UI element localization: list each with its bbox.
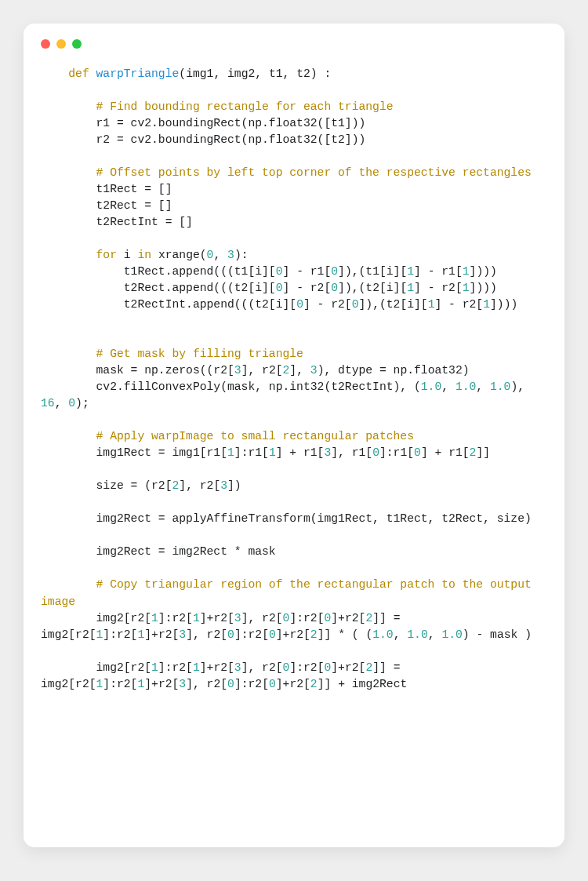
code-block: def warpTriangle(img1, img2, t1, t2) : #… [41,66,547,693]
zoom-icon[interactable] [72,39,82,49]
code-card: def warpTriangle(img1, img2, t1, t2) : #… [24,24,564,847]
page: def warpTriangle(img1, img2, t1, t2) : #… [0,0,588,881]
close-icon[interactable] [41,39,50,49]
window-controls [41,39,547,49]
minimize-icon[interactable] [56,39,66,49]
